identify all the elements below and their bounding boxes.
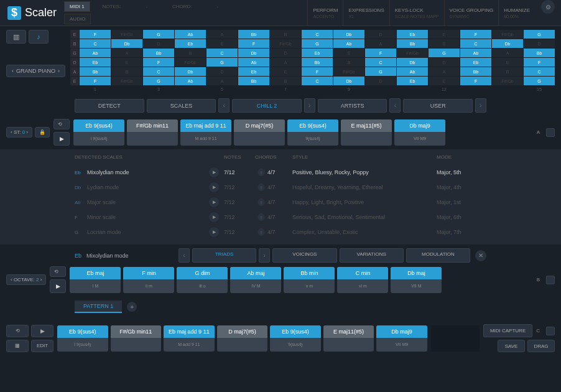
midi-tab[interactable]: MIDI 1 [64,1,90,12]
fret-cell[interactable]: Ab [238,58,269,67]
chord-card[interactable]: F#/Gb min11 [127,119,178,146]
chord-card[interactable]: Eb maj add 9 11M add 9 11 [164,325,215,352]
chord-card[interactable]: F minii m [123,267,174,293]
fret-cell[interactable]: C [302,30,333,39]
octave-control[interactable]: ‹ OCTAVE: 2 › [6,274,46,285]
grid-icon[interactable]: ▦ [6,340,29,352]
fret-cell[interactable]: C [206,49,238,57]
guitar-icon[interactable]: ♪ [29,30,49,44]
perform-col[interactable]: PERFORM ACCENTO [307,0,343,26]
info-icon[interactable]: i [257,228,265,236]
fret-cell[interactable]: C [302,77,333,85]
fret-cell[interactable]: A [365,39,396,48]
fret-cell[interactable]: F#/Gb [492,77,523,85]
section-a-toggle[interactable] [546,128,555,137]
play-button-c[interactable] [31,325,53,337]
info-icon[interactable]: i [257,184,265,191]
fret-cell[interactable]: F [302,67,333,76]
fret-cell[interactable]: G [365,67,396,76]
fret-cell[interactable]: F#/Gb [333,67,364,76]
fret-cell[interactable]: Db [492,39,523,48]
lock-icon[interactable]: 🔒 [35,127,50,138]
audio-tab[interactable]: AUDIO [64,14,91,24]
variations-tab[interactable]: VARIATIONS [340,248,404,263]
fret-cell[interactable]: Eb [80,58,111,67]
fret-cell[interactable]: Eb [460,58,491,67]
info-icon[interactable]: i [257,198,265,206]
chord-card[interactable]: Eb 9(sus4)I 9(sus4) [73,119,124,146]
link-icon[interactable]: ⟲ [53,119,70,129]
fret-cell[interactable]: A [206,77,238,85]
scale-play-icon[interactable]: ▶ [209,197,219,207]
expressions-col[interactable]: EXPRESSIONS X1 [343,0,389,26]
chord-card[interactable]: E maj11(#5) [323,325,374,352]
scale-row[interactable]: GLocrian mode▶7/12i4/7Complex, Unstable,… [75,225,486,240]
chord-card[interactable]: Eb 9(sus4)I 9(sus4) [57,325,108,352]
chord-card[interactable]: Eb majI M [70,267,121,293]
triads-next-icon[interactable]: › [259,248,270,263]
fret-cell[interactable]: Ab [175,77,206,85]
save-button[interactable]: SAVE [498,340,525,352]
fret-cell[interactable]: G [302,39,333,48]
fret-cell[interactable]: G [524,77,555,85]
close-icon[interactable]: ✕ [475,250,486,261]
fret-cell[interactable]: F#/Gb [175,58,206,67]
chord-card[interactable]: Db maj9VII M9 [376,325,427,352]
add-pattern-icon[interactable]: + [127,302,137,312]
prev-user-arrow-icon[interactable]: ‹ [389,98,401,113]
fret-cell[interactable]: G [143,30,174,39]
fret-cell[interactable]: F#/Gb [111,30,142,39]
fret-cell[interactable]: D [524,39,555,48]
fret-cell[interactable]: G [206,58,238,67]
fret-cell[interactable]: Ab [333,39,364,48]
fret-cell[interactable]: D [270,49,301,57]
info-icon[interactable]: i [257,169,265,176]
fret-cell[interactable]: A [206,30,238,39]
instrument-selector[interactable]: ‹GRAND PIANO› [6,65,65,77]
fret-cell[interactable]: Bb [460,67,491,76]
chord-card[interactable]: Db maj9VII M9 [394,119,445,146]
humanize-col[interactable]: HUMANIZE 80.00% [498,0,535,26]
scale-play-icon[interactable]: ▶ [209,227,219,237]
play-button-a[interactable] [53,132,70,146]
drag-button[interactable]: DRAG [527,340,555,352]
triads-prev-icon[interactable]: ‹ [178,248,190,263]
fret-cell[interactable]: Ab [80,49,111,57]
scale-row[interactable]: EbMixolydian mode▶7/12i4/7Positive, Blue… [75,165,486,180]
chord-card[interactable]: Eb 9(sus4)9(sus4) [287,119,338,146]
fret-cell[interactable]: Bb [524,49,555,57]
fret-cell[interactable]: Eb [397,30,428,39]
fret-cell[interactable]: F#/Gb [397,49,428,57]
empty-chord-slot[interactable] [431,325,480,352]
chill-tab[interactable]: CHILL 2 [232,99,302,113]
chord-card[interactable]: F#/Gb min11 [111,325,162,352]
fret-cell[interactable]: Bb [80,67,111,76]
chord-card[interactable]: Eb maj add 9 11M add 9 11 [180,119,231,146]
scale-row[interactable]: DbLydian mode▶7/12i4/7Hopeful, Dreamy, Y… [75,180,486,195]
fret-cell[interactable]: A [492,49,523,57]
fret-cell[interactable]: D [365,30,396,39]
section-b-toggle[interactable] [546,276,555,284]
fret-cell[interactable]: F [524,58,555,67]
chord-card[interactable]: Ab majIV M [230,267,281,293]
voicings-tab[interactable]: VOICINGS [272,248,336,263]
scale-play-icon[interactable]: ▶ [209,182,219,192]
chord-card[interactable]: Bb minv m [284,267,335,293]
fret-cell[interactable]: F [80,30,111,39]
fret-cell[interactable]: Bb [302,58,333,67]
fret-cell[interactable]: A [270,58,301,67]
fret-cell[interactable]: G [524,30,555,39]
fret-cell[interactable]: D [365,77,396,85]
fret-cell[interactable]: E [333,49,364,57]
fret-cell[interactable]: Db [333,30,364,39]
link-b-icon[interactable]: ⟲ [50,266,66,277]
scale-row[interactable]: FMinor scale▶7/12i4/7Serious, Sad, Emoti… [75,210,486,225]
detect-tab[interactable]: DETECT [75,99,144,113]
fret-cell[interactable]: Ab [175,30,206,39]
artists-tab[interactable]: ARTISTS [318,99,387,113]
fret-cell[interactable]: C [524,67,555,76]
fret-cell[interactable]: Ab [397,67,428,76]
info-icon[interactable]: i [257,213,265,221]
fret-cell[interactable]: E [111,58,142,67]
midi-capture-button[interactable]: MIDI CAPTURE [483,324,532,337]
